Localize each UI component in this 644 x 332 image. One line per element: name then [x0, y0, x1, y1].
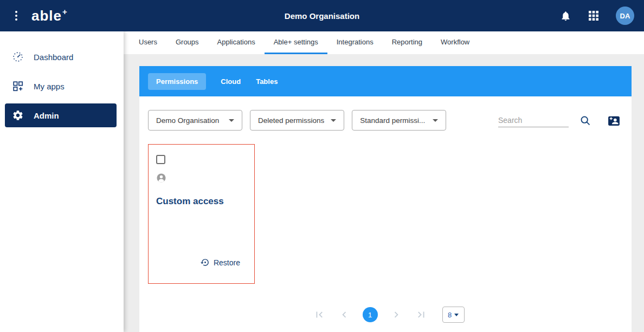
page-size-value: 8 — [448, 311, 452, 319]
permission-status-dropdown-value: Deleted permissions — [258, 116, 324, 125]
organisation-dropdown-value: Demo Organisation — [156, 116, 219, 125]
sidebar: Dashboard My apps Admin — [0, 31, 124, 332]
next-page-icon[interactable] — [390, 308, 403, 321]
subtab-permissions[interactable]: Permissions — [148, 73, 206, 90]
filter-toolbar: Demo Organisation Deleted permissions St… — [139, 110, 632, 131]
permission-card-title: Custom access — [156, 196, 224, 207]
page-size-select[interactable]: 8 — [442, 307, 465, 323]
filter-toolbar-right — [498, 114, 623, 127]
first-page-icon[interactable] — [313, 308, 326, 321]
permission-type-dropdown-value: Standard permissi... — [360, 116, 425, 125]
restore-label: Restore — [214, 258, 240, 267]
sidebar-item-my-apps[interactable]: My apps — [0, 74, 124, 98]
chevron-down-icon — [433, 119, 438, 122]
header-actions: DA — [559, 6, 634, 25]
tab-reporting[interactable]: Reporting — [383, 31, 432, 54]
subtab-tables[interactable]: Tables — [248, 73, 285, 90]
bell-icon[interactable] — [559, 10, 571, 22]
chevron-down-icon — [331, 119, 336, 122]
chevron-down-icon — [454, 314, 459, 316]
content-panel: Permissions Cloud Tables Demo Organisati… — [139, 66, 632, 332]
main-tabbar: Users Groups Applications Able+ settings… — [124, 31, 644, 54]
tab-users[interactable]: Users — [130, 31, 166, 54]
apps-grid-icon[interactable] — [588, 10, 600, 22]
logo-text: able — [31, 9, 62, 23]
gear-icon — [12, 109, 24, 121]
previous-page-icon[interactable] — [338, 308, 351, 321]
app-header: able+ Demo Organisation DA — [0, 0, 644, 31]
tab-applications[interactable]: Applications — [208, 31, 265, 54]
permission-type-dropdown[interactable]: Standard permissi... — [352, 110, 446, 131]
search-box — [498, 114, 569, 127]
sidebar-item-dashboard[interactable]: Dashboard — [0, 45, 124, 69]
permission-status-dropdown[interactable]: Deleted permissions — [250, 110, 344, 131]
chevron-down-icon — [229, 119, 234, 122]
sidebar-item-label: Admin — [34, 111, 59, 120]
apps-plus-icon — [12, 80, 24, 92]
organisation-dropdown[interactable]: Demo Organisation — [148, 110, 242, 131]
person-circle-icon — [156, 172, 167, 186]
pagination: 1 8 — [139, 307, 632, 323]
search-icon[interactable] — [579, 115, 591, 126]
sidebar-item-admin[interactable]: Admin — [5, 103, 117, 127]
kebab-menu-icon[interactable] — [10, 9, 23, 22]
tab-integrations[interactable]: Integrations — [327, 31, 383, 54]
sidebar-item-label: Dashboard — [34, 53, 73, 62]
restore-button[interactable]: Restore — [201, 258, 240, 267]
permission-card: Custom access Restore — [148, 144, 255, 284]
add-permission-icon[interactable] — [607, 114, 621, 127]
page-title: Demo Organisation — [285, 11, 359, 21]
user-avatar[interactable]: DA — [616, 6, 634, 25]
tab-groups[interactable]: Groups — [166, 31, 208, 54]
search-input[interactable] — [498, 114, 569, 127]
subtab-bar: Permissions Cloud Tables — [139, 66, 632, 96]
restore-icon — [201, 258, 210, 267]
sidebar-item-label: My apps — [34, 82, 65, 91]
tab-workflow[interactable]: Workflow — [432, 31, 479, 54]
card-checkbox[interactable] — [156, 155, 165, 164]
able-logo: able+ — [31, 9, 68, 23]
current-page-button[interactable]: 1 — [363, 307, 378, 322]
logo-plus: + — [62, 8, 68, 16]
tab-able-settings[interactable]: Able+ settings — [265, 31, 327, 54]
subtab-cloud[interactable]: Cloud — [213, 73, 248, 90]
last-page-icon[interactable] — [415, 308, 428, 321]
gauge-icon — [12, 51, 24, 63]
